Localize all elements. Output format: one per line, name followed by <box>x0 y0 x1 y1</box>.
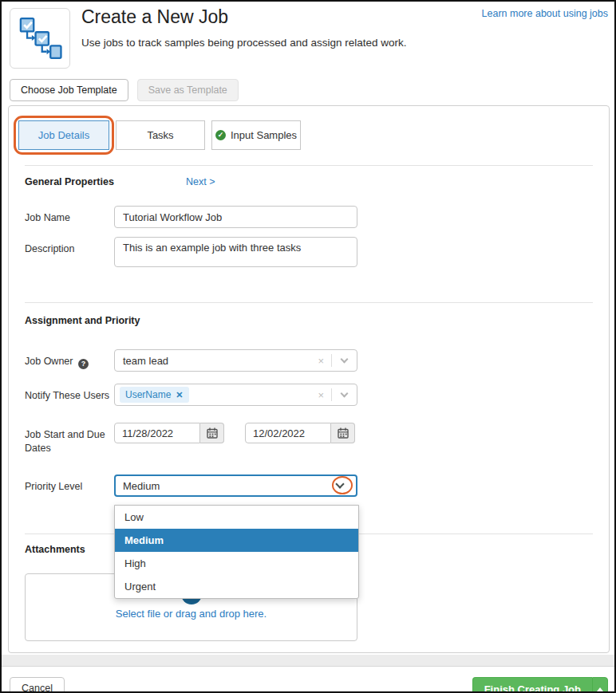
learn-more-link[interactable]: Learn more about using jobs <box>482 8 608 19</box>
header: Create a New Job Use jobs to track sampl… <box>2 2 614 72</box>
priority-option-low[interactable]: Low <box>115 506 358 529</box>
remove-tag-icon[interactable]: ✕ <box>176 390 183 400</box>
notify-users-label: Notify These Users <box>25 384 114 406</box>
job-owner-label: Job Owner ? <box>25 349 114 372</box>
chevron-down-icon[interactable] <box>341 390 349 398</box>
description-label: Description <box>25 237 114 267</box>
start-date-input[interactable] <box>114 423 200 443</box>
combo-divider <box>331 388 332 401</box>
job-owner-combobox[interactable]: team lead × <box>114 349 357 372</box>
choose-job-template-button[interactable]: Choose Job Template <box>10 79 128 101</box>
question-circle-icon[interactable]: ? <box>78 359 89 369</box>
tab-input-samples[interactable]: ✓ Input Samples <box>211 120 301 150</box>
calendar-icon <box>338 427 349 439</box>
notify-users-combobox[interactable]: UserName ✕ × <box>114 384 357 406</box>
tab-label: Input Samples <box>231 129 297 141</box>
file-drop-link[interactable]: Select file or drag and drop here. <box>26 608 357 620</box>
calendar-icon <box>207 427 218 439</box>
description-input[interactable]: This is an example job with three tasks <box>114 237 357 267</box>
create-job-dialog: Create a New Job Use jobs to track sampl… <box>0 0 616 693</box>
due-date-calendar-button[interactable] <box>331 423 355 443</box>
chevron-down-icon[interactable] <box>341 356 349 364</box>
priority-option-medium[interactable]: Medium <box>115 529 358 552</box>
priority-option-high[interactable]: High <box>115 552 358 575</box>
priority-select[interactable]: Medium <box>114 474 357 497</box>
job-name-input[interactable] <box>114 206 357 228</box>
workflow-diagram-icon <box>18 17 62 60</box>
save-as-template-button: Save as Template <box>137 79 239 101</box>
finish-creating-job-button[interactable]: Finish Creating Job <box>472 677 592 693</box>
next-link[interactable]: Next > <box>186 176 215 187</box>
page-subtitle: Use jobs to track samples being processe… <box>81 37 406 49</box>
footer: Cancel Finish Creating Job <box>2 667 614 693</box>
tab-label: Tasks <box>147 129 173 141</box>
tab-label: Job Details <box>38 129 89 141</box>
start-date-group <box>114 423 224 455</box>
job-name-label: Job Name <box>25 206 114 228</box>
due-date-input[interactable] <box>245 423 331 443</box>
footer-divider-band <box>2 655 614 667</box>
tab-bar: Job Details Tasks ✓ Input Samples <box>18 120 599 150</box>
job-form-card: Job Details Tasks ✓ Input Samples Genera… <box>8 105 610 653</box>
finish-split-button: Finish Creating Job <box>472 677 608 693</box>
workflow-job-icon <box>10 8 70 69</box>
clear-icon[interactable]: × <box>310 389 331 401</box>
job-owner-value: team lead <box>123 355 310 367</box>
page-title: Create a New Job <box>81 6 406 28</box>
combo-divider <box>331 354 332 367</box>
caret-up-icon <box>597 687 603 691</box>
priority-option-urgent[interactable]: Urgent <box>115 575 358 598</box>
general-properties-heading: General Properties <box>25 176 186 187</box>
start-date-calendar-button[interactable] <box>200 423 224 443</box>
cancel-button[interactable]: Cancel <box>10 677 65 693</box>
user-tag-label: UserName <box>125 389 171 400</box>
finish-options-toggle[interactable] <box>592 677 608 693</box>
chevron-down-icon[interactable] <box>335 479 344 488</box>
priority-selected-value: Medium <box>123 480 337 492</box>
priority-dropdown-menu: Low Medium High Urgent <box>114 505 359 599</box>
user-tag: UserName ✕ <box>120 387 189 403</box>
tab-tasks[interactable]: Tasks <box>116 120 205 150</box>
section-divider <box>25 302 593 303</box>
annotation-highlight-job-details-tab: Job Details <box>14 116 114 155</box>
assignment-priority-heading: Assignment and Priority <box>25 315 599 326</box>
job-dates-label: Job Start and Due Dates <box>25 423 114 455</box>
template-toolbar: Choose Job Template Save as Template <box>10 79 614 101</box>
tab-job-details[interactable]: Job Details <box>18 120 109 150</box>
priority-level-label: Priority Level <box>25 474 114 497</box>
clear-icon[interactable]: × <box>310 355 331 367</box>
due-date-group <box>245 423 355 455</box>
green-check-icon: ✓ <box>215 130 226 140</box>
section-divider <box>25 165 593 166</box>
